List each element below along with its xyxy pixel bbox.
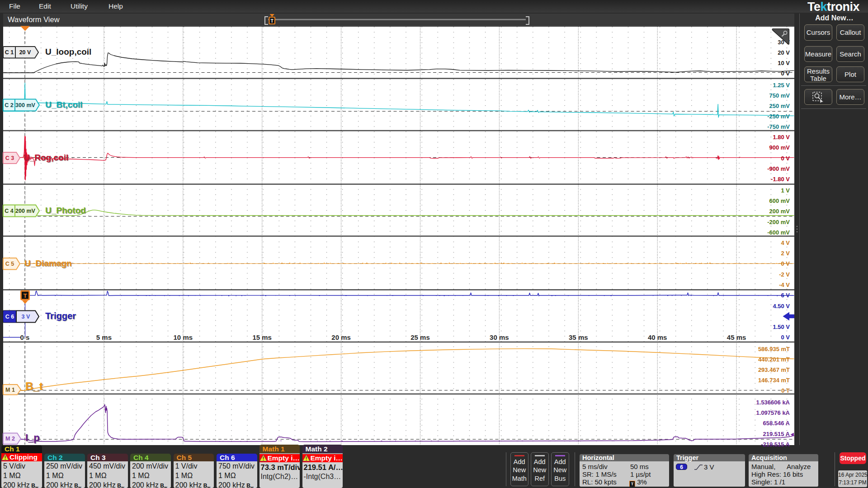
svg-text:C 6: C 6	[5, 314, 14, 320]
svg-text:300 mV: 300 mV	[15, 102, 35, 108]
svg-text:T: T	[23, 292, 27, 299]
svg-text:C 4: C 4	[5, 208, 14, 214]
svg-text:3 V: 3 V	[22, 314, 30, 320]
svg-text:C 5: C 5	[5, 261, 14, 267]
svg-text:M 2: M 2	[5, 436, 15, 442]
svg-text:M 1: M 1	[5, 387, 15, 393]
svg-text:C 1: C 1	[5, 49, 14, 56]
svg-text:T: T	[271, 18, 274, 23]
svg-text:200 mV: 200 mV	[15, 208, 35, 214]
svg-text:20 V: 20 V	[19, 49, 31, 56]
svg-text:C 2: C 2	[5, 102, 14, 108]
svg-text:C 3: C 3	[5, 155, 14, 161]
